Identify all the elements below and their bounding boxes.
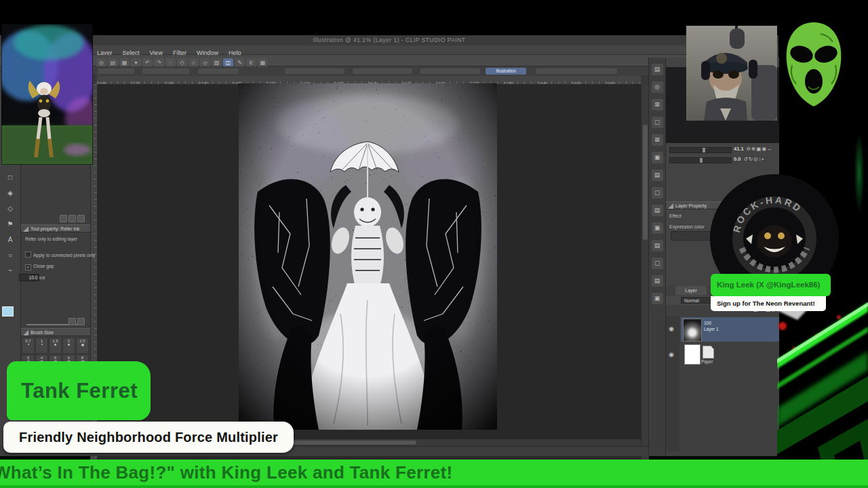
- option-segment[interactable]: [536, 68, 617, 74]
- zoom-value: 41.1: [734, 146, 744, 152]
- subtool-c-icon[interactable]: ⊠: [652, 134, 663, 146]
- option-segment[interactable]: [420, 68, 480, 74]
- slider-handle[interactable]: [703, 148, 705, 152]
- rotate-left-icon[interactable]: ↺: [744, 156, 748, 162]
- subtool-k-icon[interactable]: ▤: [652, 275, 663, 287]
- tolerance-slider[interactable]: [26, 324, 85, 325]
- flip-icon[interactable]: ↕: [759, 156, 762, 162]
- layer-panel: Layer Normal ⊞▦⊠▩▯ ◉ ◉ 100 Layer 1: [666, 286, 779, 455]
- subtool-j-icon[interactable]: ▢: [652, 258, 663, 269]
- canvas-preset-dropdown[interactable]: Illustration: [486, 68, 526, 75]
- subtool-d-icon[interactable]: ▣: [652, 152, 663, 163]
- checkbox-icon[interactable]: [25, 251, 31, 258]
- correction-tool-icon[interactable]: ~: [3, 265, 17, 277]
- tolerance-value[interactable]: 10.0: [19, 274, 39, 281]
- frame-tool-icon[interactable]: ⚑: [3, 218, 17, 230]
- quick-access-icon[interactable]: ▤: [652, 64, 663, 75]
- apply-connected-checkbox[interactable]: Apply to connected pixels only: [25, 251, 95, 258]
- option-segment[interactable]: [98, 68, 134, 74]
- mirror-icon[interactable]: ▪: [762, 156, 764, 162]
- scroll-thumb[interactable]: [643, 125, 648, 240]
- subtool-h-icon[interactable]: ▣: [652, 222, 663, 234]
- neon-glow-strip: [853, 115, 865, 230]
- zoom-in-icon[interactable]: ⊕: [751, 146, 755, 152]
- brush-size-preset[interactable]: 1: [35, 338, 48, 354]
- navigator-rotate-row: 0.0 ↺↻◎↕▪: [734, 156, 764, 162]
- reset-rotation-icon[interactable]: ◎: [753, 156, 758, 162]
- option-segment[interactable]: [353, 68, 412, 74]
- brush-size-preset[interactable]: 0.7: [22, 338, 35, 354]
- navigator-zoom-row: 41.1 ⊖⊕▣◉↔: [734, 146, 772, 152]
- fit-screen-icon[interactable]: ▣: [756, 146, 761, 152]
- panel-collapse-icon[interactable]: [23, 330, 28, 336]
- balloon-tool-icon[interactable]: ○: [3, 249, 17, 261]
- checkbox-icon[interactable]: ✓: [25, 264, 31, 270]
- dock-icon-column: ▤◎⊠▢⊠▣▤▢▤▣▤▢▤▣: [649, 58, 666, 455]
- gradient-tool-icon[interactable]: ◈: [3, 187, 17, 199]
- host-name-banner: King Leek (X @KingLeek86): [711, 274, 831, 296]
- panel-collapse-icon[interactable]: [668, 203, 673, 209]
- webcam-feed: [686, 26, 777, 121]
- option-segment[interactable]: [285, 68, 344, 74]
- panel-icon[interactable]: [68, 215, 76, 222]
- subtool-e-icon[interactable]: ▤: [652, 169, 663, 181]
- layer-tab[interactable]: Layer: [675, 286, 707, 295]
- zoom-out-icon[interactable]: ⊖: [747, 146, 751, 152]
- stream-ticker: What’s In The Bag!?" with King Leek and …: [0, 460, 868, 488]
- rotation-slider[interactable]: [669, 157, 732, 163]
- alien-face-icon: [780, 19, 848, 110]
- rotate-right-icon[interactable]: ↻: [749, 156, 753, 162]
- eye-icon[interactable]: ◉: [669, 351, 674, 358]
- layer-visibility-rail: ◉ ◉: [666, 316, 679, 451]
- foreground-color-chip[interactable]: [2, 306, 14, 317]
- close-gap-checkbox[interactable]: ✓Close gap: [25, 264, 54, 270]
- subtool-f-icon[interactable]: ▢: [652, 187, 663, 199]
- text-tool-icon[interactable]: A: [3, 234, 17, 245]
- stream-frame: Illustration @ 41.1% (Layer 1) - CLIP ST…: [0, 0, 868, 488]
- brush-size-preset[interactable]: 2: [62, 338, 75, 354]
- paper-icon: [703, 346, 714, 359]
- panel-icon[interactable]: [77, 318, 85, 325]
- slider-handle[interactable]: [700, 158, 703, 163]
- layer-name: Paper: [701, 359, 713, 364]
- host-cta-banner: Sign up for The Neon Revenant!: [711, 296, 826, 311]
- layer-thumbnail[interactable]: [683, 319, 702, 342]
- layer-row-paper[interactable]: Paper: [681, 343, 779, 367]
- effect-label: Effect: [669, 214, 682, 218]
- paper-thumbnail[interactable]: [684, 344, 701, 365]
- subtool-b-icon[interactable]: ▢: [652, 117, 663, 128]
- option-segment[interactable]: [198, 68, 239, 74]
- panel-icon[interactable]: [60, 215, 67, 222]
- subtool-a-icon[interactable]: ⊠: [652, 99, 663, 110]
- subtool-l-icon[interactable]: ▣: [652, 293, 663, 304]
- rotation-value: 0.0: [734, 156, 741, 162]
- guest-name-banner: Tank Ferret: [7, 361, 151, 420]
- panel-collapse-icon[interactable]: [23, 226, 28, 232]
- subtool-i-icon[interactable]: ▤: [652, 240, 663, 251]
- layer-row-selected[interactable]: 100 Layer 1: [681, 317, 779, 342]
- selection-tool-icon[interactable]: □: [3, 171, 17, 183]
- character-cam: [1, 24, 93, 165]
- zoom-slider[interactable]: [669, 147, 732, 153]
- eye-icon[interactable]: ◉: [669, 325, 674, 332]
- refer-layer-label: Refer only to editing layer: [25, 237, 77, 241]
- option-segment[interactable]: [142, 68, 190, 74]
- figure-tool-icon[interactable]: ◇: [3, 203, 17, 214]
- layer-opacity: 100: [704, 320, 719, 326]
- brush-size-preset[interactable]: 2.5: [76, 338, 89, 354]
- panel-icon[interactable]: [77, 215, 85, 222]
- tool-property-header[interactable]: Tool property: Refer ink: [21, 224, 90, 232]
- panel-icon[interactable]: [68, 318, 76, 325]
- guest-tagline-banner: Friendly Neighborhood Force Multiplier: [3, 422, 294, 453]
- canvas-artwork[interactable]: [239, 83, 497, 430]
- menu-bar: LayerSelectViewFilterWindowHelp: [0, 45, 778, 55]
- magnifier-icon[interactable]: ◎: [652, 81, 663, 93]
- brush-size-header[interactable]: Brush Size: [21, 328, 90, 336]
- subtool-g-icon[interactable]: ▤: [652, 205, 663, 216]
- brush-size-preset[interactable]: 1.5: [49, 338, 62, 354]
- fit-width-icon[interactable]: ↔: [767, 146, 772, 152]
- actual-size-icon[interactable]: ◉: [762, 146, 766, 152]
- tolerance-row: Tolerance 10.0: [25, 275, 45, 280]
- window-title-bar[interactable]: Illustration @ 41.1% (Layer 1) - CLIP ST…: [0, 35, 778, 46]
- window-title: Illustration @ 41.1% (Layer 1) - CLIP ST…: [313, 37, 465, 43]
